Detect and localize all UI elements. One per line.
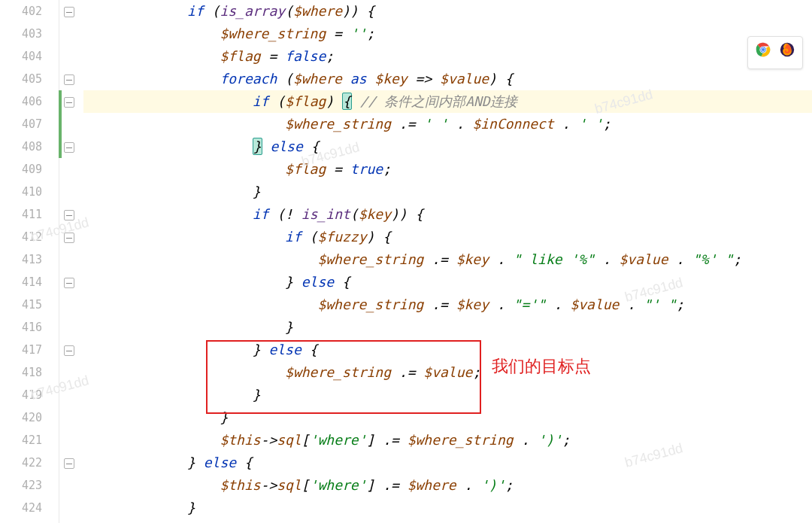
code-line[interactable]: } else { <box>83 339 812 361</box>
code-line[interactable]: if (! is_int($key)) { <box>83 203 812 226</box>
line-number: 423 <box>0 474 59 497</box>
code-line[interactable]: if ($fuzzy) { <box>83 226 812 248</box>
line-number: 418 <box>0 361 59 384</box>
fold-toggle-icon[interactable] <box>64 74 74 85</box>
code-line[interactable]: } else { <box>83 271 812 293</box>
line-number: 416 <box>0 316 59 339</box>
code-editor: 4024034044054064074084094104114124134144… <box>0 0 812 523</box>
fold-toggle-icon[interactable] <box>64 278 74 288</box>
line-number: 411 <box>0 203 59 226</box>
code-line[interactable]: } <box>83 316 812 339</box>
fold-toggle-icon[interactable] <box>64 210 74 220</box>
line-number: 403 <box>0 23 59 45</box>
annotation-label: 我们的目标点 <box>492 355 591 378</box>
fold-toggle-icon[interactable] <box>64 458 74 469</box>
code-line[interactable]: } else { <box>83 135 812 158</box>
chrome-icon[interactable] <box>756 41 771 64</box>
line-number: 417 <box>0 339 59 361</box>
fold-toggle-icon[interactable] <box>64 233 74 243</box>
line-number: 406 <box>0 90 59 113</box>
fold-toggle-icon[interactable] <box>64 97 74 108</box>
line-number: 424 <box>0 497 59 519</box>
code-area[interactable]: if (is_array($where)) { $where_string = … <box>83 0 812 523</box>
line-number: 422 <box>0 452 59 474</box>
svg-point-4 <box>762 48 765 51</box>
fold-toggle-icon[interactable] <box>64 7 74 17</box>
code-line[interactable]: } <box>83 384 812 406</box>
line-number: 420 <box>0 406 59 429</box>
fold-column <box>59 0 83 523</box>
line-number: 419 <box>0 384 59 406</box>
vcs-modified-bar <box>59 90 62 158</box>
code-line[interactable]: } <box>83 181 812 203</box>
code-line[interactable]: $flag = false; <box>83 45 812 68</box>
code-line[interactable]: foreach ($where as $key => $value) { <box>83 68 812 90</box>
code-line[interactable]: $where_string .= ' ' . $inConnect . ' '; <box>83 113 812 135</box>
line-number: 412 <box>0 226 59 248</box>
code-line[interactable]: $where_string = ''; <box>83 23 812 45</box>
code-line[interactable]: } <box>83 406 812 429</box>
fold-toggle-icon[interactable] <box>64 345 74 356</box>
firefox-icon[interactable] <box>780 41 795 64</box>
code-line[interactable]: } else { <box>83 452 812 474</box>
fold-toggle-icon[interactable] <box>64 142 74 153</box>
line-number-gutter: 4024034044054064074084094104114124134144… <box>0 0 59 523</box>
line-number: 408 <box>0 135 59 158</box>
line-number: 404 <box>0 45 59 68</box>
code-line[interactable]: $flag = true; <box>83 158 812 181</box>
line-number: 421 <box>0 429 59 452</box>
line-number: 402 <box>0 0 59 23</box>
line-number: 414 <box>0 271 59 293</box>
code-line[interactable]: $this->sql['where'] .= $where . ')'; <box>83 474 812 497</box>
line-number: 413 <box>0 248 59 271</box>
line-number: 405 <box>0 68 59 90</box>
code-line[interactable]: if ($flag) { // 条件之间内部AND连接 <box>83 90 812 113</box>
code-line[interactable]: } <box>83 497 812 519</box>
code-line[interactable]: $where_string .= $value; <box>83 361 812 384</box>
code-line[interactable]: $where_string .= $key . " like '%" . $va… <box>83 248 812 271</box>
line-number: 409 <box>0 158 59 181</box>
browser-preview-toolbar <box>747 36 803 69</box>
code-line[interactable]: $this->sql['where'] .= $where_string . '… <box>83 429 812 452</box>
code-line[interactable]: if (is_array($where)) { <box>83 0 812 23</box>
line-number: 407 <box>0 113 59 135</box>
line-number: 410 <box>0 181 59 203</box>
code-line[interactable]: $where_string .= $key . "='" . $value . … <box>83 293 812 316</box>
line-number: 415 <box>0 293 59 316</box>
